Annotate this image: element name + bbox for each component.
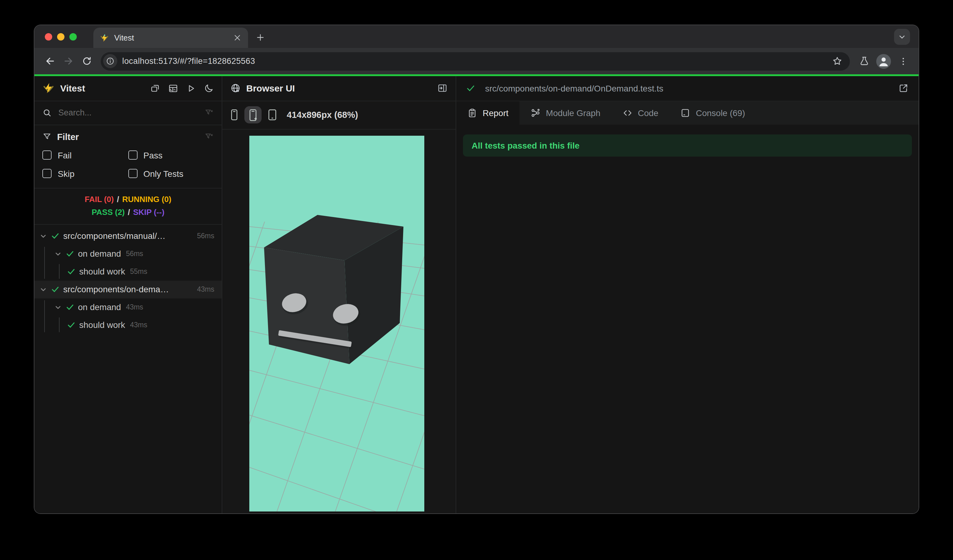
- search-input[interactable]: [57, 107, 205, 118]
- browser-ui-pane: Browser UI: [222, 76, 456, 513]
- report-header: src/components/on-demand/OnDemand.test.t…: [456, 76, 919, 101]
- pass-count: PASS (2): [92, 207, 125, 216]
- test-tree-row[interactable]: on demand 56ms: [34, 245, 222, 262]
- viewport-toolbar: 414x896px (68%): [222, 101, 456, 129]
- check-icon: [66, 303, 74, 311]
- dark-mode-moon-icon[interactable]: [204, 83, 214, 93]
- run-all-icon[interactable]: [186, 83, 196, 93]
- test-case-name: should work: [79, 320, 125, 330]
- check-icon: [67, 321, 76, 329]
- report-tab-bar: Report Module Graph Code: [456, 101, 919, 124]
- test-duration: 55ms: [130, 268, 147, 275]
- viewport-size-label: 414x896px (68%): [287, 110, 358, 120]
- minimize-window-button[interactable]: [57, 33, 64, 40]
- test-file-name: src/components/manual/…: [63, 231, 166, 241]
- filter-title: Filter: [57, 132, 79, 141]
- test-file-path: src/components/on-demand/OnDemand.test.t…: [485, 83, 663, 93]
- new-tab-button[interactable]: [253, 30, 268, 45]
- test-duration: 43ms: [126, 303, 143, 311]
- test-tree-row[interactable]: should work 43ms: [34, 316, 222, 334]
- chevron-down-icon[interactable]: [39, 232, 47, 240]
- filter-option-only-tests[interactable]: Only Tests: [128, 169, 214, 178]
- close-window-button[interactable]: [45, 33, 52, 40]
- checkbox-only-tests[interactable]: [128, 169, 137, 178]
- dock-panel-icon[interactable]: [437, 83, 448, 93]
- check-icon: [51, 231, 60, 240]
- module-graph-icon: [531, 108, 540, 118]
- browser-tab[interactable]: Vitest: [93, 28, 248, 48]
- vitest-ui-page: Vitest: [34, 74, 919, 513]
- check-icon: [66, 249, 74, 258]
- collapse-tests-icon[interactable]: [151, 83, 160, 93]
- filter-funnel-icon: [42, 132, 51, 141]
- tab-strip: Vitest: [34, 25, 919, 48]
- threejs-scene: [249, 135, 424, 511]
- test-suite-name: on demand: [78, 249, 121, 259]
- test-tree-row[interactable]: on demand 43ms: [34, 298, 222, 316]
- url-text[interactable]: localhost:5173/#/?file=1828625563: [122, 56, 828, 66]
- small-phone-preset-icon[interactable]: [230, 109, 239, 121]
- experiments-flask-icon[interactable]: [855, 52, 873, 70]
- tab-console[interactable]: Console (69): [669, 101, 756, 124]
- tab-module-graph[interactable]: Module Graph: [520, 101, 611, 124]
- menu-dots-icon[interactable]: [894, 52, 913, 70]
- close-tab-icon[interactable]: [233, 33, 242, 42]
- test-explorer-sidebar: Vitest: [34, 76, 222, 513]
- test-file-name: src/components/on-dema…: [63, 284, 169, 294]
- filter-option-fail[interactable]: Fail: [42, 150, 128, 160]
- reload-button[interactable]: [78, 52, 96, 70]
- app-title: Vitest: [60, 83, 85, 93]
- test-duration: 43ms: [130, 321, 147, 329]
- check-icon: [466, 84, 475, 93]
- test-tree-row-selected[interactable]: src/components/on-dema… 43ms: [34, 280, 222, 298]
- tab-report[interactable]: Report: [456, 101, 520, 124]
- checkbox-skip[interactable]: [42, 169, 51, 178]
- test-duration: 56ms: [126, 250, 143, 257]
- test-tree-row[interactable]: should work 55ms: [34, 262, 222, 280]
- test-tree-row[interactable]: src/components/manual/… 56ms: [34, 227, 222, 245]
- tab-title: Vitest: [114, 33, 228, 42]
- tab-search-button[interactable]: [894, 29, 910, 45]
- filter-option-skip[interactable]: Skip: [42, 169, 128, 178]
- check-icon: [51, 285, 60, 293]
- browser-toolbar: localhost:5173/#/?file=1828625563: [34, 48, 919, 74]
- chevron-down-icon[interactable]: [54, 303, 62, 311]
- back-button[interactable]: [40, 52, 59, 70]
- url-bar[interactable]: localhost:5173/#/?file=1828625563: [101, 52, 850, 70]
- profile-avatar[interactable]: [876, 54, 891, 68]
- test-suite-name: on demand: [78, 302, 121, 312]
- vitest-favicon-icon: [99, 33, 109, 43]
- clear-filter-icon[interactable]: [205, 108, 214, 117]
- test-case-name: should work: [79, 267, 125, 276]
- browser-ui-title: Browser UI: [246, 83, 295, 93]
- dashboard-icon[interactable]: [168, 83, 178, 93]
- all-tests-passed-banner: All tests passed in this file: [463, 134, 912, 156]
- tab-code[interactable]: Code: [612, 101, 670, 124]
- clear-filter-icon[interactable]: [205, 132, 214, 141]
- fail-count: FAIL (0): [85, 194, 114, 203]
- globe-icon: [230, 83, 241, 93]
- console-icon: [680, 108, 690, 118]
- report-pane: src/components/on-demand/OnDemand.test.t…: [456, 76, 919, 513]
- zoom-window-button[interactable]: [69, 33, 77, 40]
- viewport-canvas: [222, 129, 456, 513]
- skip-count: SKIP (--): [133, 207, 165, 216]
- test-duration: 56ms: [197, 232, 214, 239]
- forward-button[interactable]: [59, 52, 78, 70]
- phone-preset-selected-button[interactable]: [244, 106, 262, 123]
- open-in-editor-icon[interactable]: [892, 83, 909, 93]
- filter-section: Filter Fail Pass Skip Only Tests: [34, 125, 222, 188]
- chevron-down-icon[interactable]: [54, 250, 62, 258]
- browser-iframe[interactable]: [249, 135, 424, 511]
- checkbox-pass[interactable]: [128, 150, 137, 160]
- bookmark-star-icon[interactable]: [828, 52, 846, 70]
- tablet-preset-icon[interactable]: [267, 109, 278, 121]
- site-info-icon[interactable]: [103, 54, 117, 68]
- browser-window: Vitest: [34, 25, 919, 513]
- checkbox-fail[interactable]: [42, 150, 51, 160]
- search-bar: [34, 101, 222, 125]
- filter-option-pass[interactable]: Pass: [128, 150, 214, 160]
- test-duration: 43ms: [197, 285, 214, 293]
- running-count: RUNNING (0): [122, 194, 171, 203]
- chevron-down-icon[interactable]: [39, 285, 47, 293]
